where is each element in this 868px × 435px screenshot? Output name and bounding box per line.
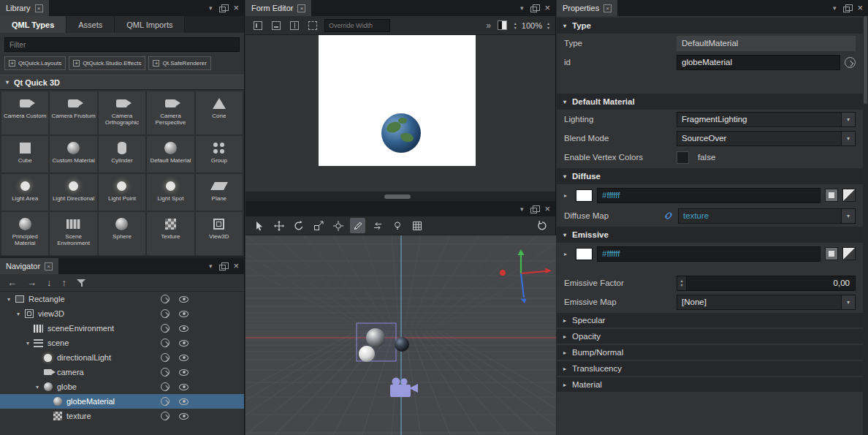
library-item-sphere[interactable]: Sphere [99, 212, 145, 255]
visibility-eye-icon[interactable] [179, 369, 189, 376]
float-panel-icon[interactable] [530, 208, 537, 213]
toggle-cameras-button[interactable] [370, 218, 385, 233]
panel-menu-icon[interactable]: ▾ [209, 263, 213, 270]
gradient-button[interactable] [842, 189, 856, 202]
library-item-light-spot[interactable]: Light Spot [147, 174, 194, 211]
form-editor-canvas[interactable] [245, 35, 555, 192]
navigator-item-scene[interactable]: ▾scene [0, 336, 244, 350]
export-alias-icon[interactable] [161, 353, 170, 362]
emissive-color-swatch[interactable] [576, 248, 593, 260]
add-import-qtquick-layouts-button[interactable]: +QtQuick.Layouts [4, 56, 66, 70]
expander-icon[interactable]: ▸ [564, 251, 571, 257]
tab-qml-imports[interactable]: QML Imports [115, 16, 185, 33]
library-item-camera-custom[interactable]: Camera Custom [1, 91, 48, 135]
section-header-bump-normal[interactable]: ▸Bump/Normal [557, 345, 863, 360]
export-alias-icon[interactable] [161, 295, 170, 303]
library-item-camera-perspective[interactable]: Camera Perspective [147, 91, 194, 135]
select-tool-button[interactable] [251, 218, 267, 233]
close-icon[interactable]: × [297, 4, 305, 12]
vertex-colors-checkbox[interactable] [677, 151, 689, 164]
close-panel-icon[interactable]: × [233, 262, 239, 271]
emissive-hex-input[interactable] [597, 246, 821, 262]
library-item-light-area[interactable]: Light Area [1, 174, 48, 211]
diffuse-map-dropdown[interactable]: texture ▾ [678, 208, 856, 224]
library-item-principled-material[interactable]: Principled Material [1, 212, 48, 255]
toggle-lights-button[interactable] [389, 218, 405, 233]
orientation-tool-button[interactable] [330, 218, 346, 233]
solid-color-button[interactable] [825, 247, 838, 260]
gradient-button[interactable] [842, 247, 856, 260]
navigator-item-texture[interactable]: texture [0, 409, 244, 423]
float-panel-icon[interactable] [219, 7, 226, 12]
selection-marquee-button[interactable] [306, 19, 319, 32]
export-alias-icon[interactable] [161, 412, 170, 420]
filter-input[interactable] [4, 37, 240, 52]
solid-color-button[interactable] [825, 189, 838, 202]
zoom-stepper[interactable]: ▴▾ [514, 21, 517, 30]
section-header-material[interactable]: ▸Material [557, 377, 863, 392]
show-anchors-button[interactable] [270, 19, 283, 32]
zoom-stepper[interactable]: ▴▾ [547, 21, 549, 30]
metal-sphere-object[interactable] [366, 328, 385, 347]
panel-menu-icon[interactable]: ▾ [520, 206, 524, 213]
export-alias-icon[interactable] [161, 338, 170, 347]
lighting-dropdown[interactable]: FragmentLighting ▾ [677, 112, 856, 127]
move-tool-button[interactable] [271, 218, 286, 233]
panel-menu-icon[interactable]: ▾ [833, 5, 837, 12]
visibility-eye-icon[interactable] [179, 355, 189, 361]
add-import-studio-effects-button[interactable]: +QtQuick.Studio.Effects [69, 56, 145, 70]
vertical-scrollbar[interactable] [863, 16, 868, 435]
expander-icon[interactable]: ▸ [564, 192, 571, 199]
emissive-factor-spinbox[interactable]: ▴▾ 0,00 [677, 276, 856, 291]
library-item-cone[interactable]: Cone [196, 91, 243, 135]
reset-view-button[interactable] [534, 218, 549, 233]
library-item-light-directional[interactable]: Light Directional [50, 174, 96, 211]
library-item-view3d[interactable]: View3D [196, 212, 243, 255]
panel-menu-icon[interactable]: ▾ [520, 5, 524, 12]
close-panel-icon[interactable]: × [233, 4, 239, 12]
close-icon[interactable]: × [35, 4, 43, 12]
filter-tree-icon[interactable] [77, 279, 86, 287]
library-item-scene-environment[interactable]: Scene Environment [50, 212, 96, 255]
library-item-custom-material[interactable]: Custom Material [50, 136, 96, 173]
section-header-specular[interactable]: ▸Specular [557, 313, 863, 328]
export-alias-icon[interactable] [161, 368, 170, 377]
navigator-item-sceneenvironment[interactable]: sceneEnvironment [0, 321, 244, 336]
visibility-eye-icon[interactable] [179, 398, 189, 405]
section-header-default-material[interactable]: ▾Default Material [557, 94, 863, 110]
move-up-button[interactable]: ↑ [62, 277, 67, 288]
scrollbar-handle[interactable] [864, 16, 867, 104]
export-alias-icon[interactable] [845, 57, 856, 68]
section-header-translucency[interactable]: ▸Translucency [557, 361, 863, 376]
panel-tab-properties[interactable]: Properties × [557, 0, 617, 16]
close-panel-icon[interactable]: × [544, 4, 550, 12]
library-item-cylinder[interactable]: Cylinder [99, 136, 145, 173]
navigator-item-rectangle[interactable]: ▾Rectangle [0, 292, 244, 306]
show-bounds-button[interactable] [251, 19, 264, 32]
visibility-eye-icon[interactable] [179, 325, 189, 332]
tab-qml-types[interactable]: QML Types [0, 16, 66, 33]
navigator-item-globematerial[interactable]: globeMaterial [0, 394, 244, 409]
viewport-3d[interactable] [245, 235, 555, 435]
snapping-button[interactable] [288, 19, 301, 32]
export-alias-icon[interactable] [161, 309, 170, 318]
library-item-camera-frustum[interactable]: Camera Frustum [50, 91, 96, 135]
white-sphere-object[interactable] [359, 346, 375, 362]
navigator-item-camera[interactable]: camera [0, 365, 244, 379]
export-alias-icon[interactable] [161, 397, 170, 406]
canvas-color-button[interactable] [496, 19, 509, 32]
move-right-button[interactable]: → [27, 277, 37, 288]
visibility-eye-icon[interactable] [179, 311, 189, 317]
section-header-opacity[interactable]: ▸Opacity [557, 329, 863, 344]
visibility-eye-icon[interactable] [179, 384, 189, 390]
navigator-item-globe[interactable]: ▾globe [0, 379, 244, 394]
library-item-plane[interactable]: Plane [196, 174, 243, 211]
section-qt-quick-3d[interactable]: ▾ Qt Quick 3D [0, 75, 244, 90]
panel-tab-form-editor[interactable]: Form Editor × [245, 0, 311, 16]
diffuse-hex-input[interactable] [597, 188, 821, 203]
visibility-eye-icon[interactable] [179, 413, 189, 420]
move-down-button[interactable]: ↓ [47, 277, 52, 288]
rotate-tool-button[interactable] [291, 218, 306, 233]
navigator-item-view3d[interactable]: ▾view3D [0, 306, 244, 321]
tab-assets[interactable]: Assets [66, 16, 115, 33]
